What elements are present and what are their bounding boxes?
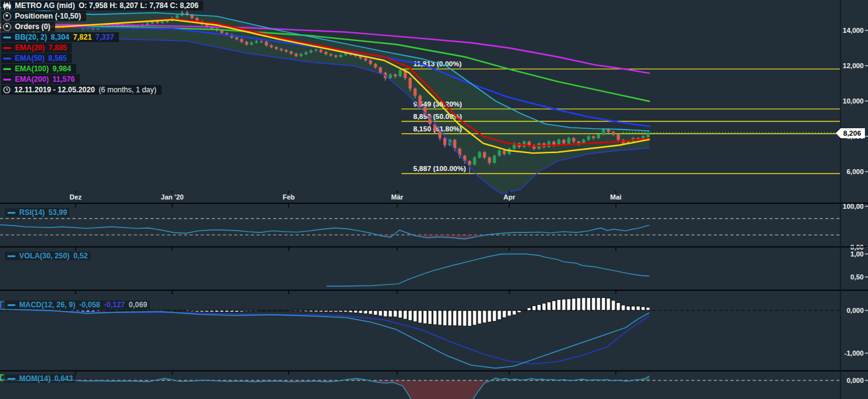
legend-indicator-4[interactable]: EMA(200)11,576	[1, 74, 80, 84]
month-label: Mai	[610, 193, 621, 201]
legend-indicator-1[interactable]: EMA(20)7,885	[1, 43, 72, 53]
candle-body	[409, 78, 412, 89]
macd-histogram-bar	[607, 298, 610, 310]
macd-histogram-bar	[626, 306, 630, 310]
macd-histogram-bar	[562, 299, 566, 310]
candle-body	[265, 42, 268, 46]
candle-body	[483, 152, 486, 158]
last-price-value: 8,206	[843, 129, 861, 137]
fib-level-label: 5,887 (100.00%)	[413, 165, 466, 172]
macd-histogram-bar	[577, 298, 581, 310]
candle-body	[369, 60, 372, 64]
price-axis-label: 10,000	[843, 97, 864, 105]
candle-body	[394, 74, 397, 76]
macd-histogram-bar	[408, 310, 412, 320]
legend-indicator-0[interactable]: BB(20, 2)8,3047,8217,337	[1, 32, 119, 42]
candle-body	[285, 50, 288, 51]
macd-histogram-bar	[369, 310, 372, 314]
candle-body	[602, 129, 605, 135]
positionen-toggle[interactable]: Positionen (-10,50)	[1, 11, 86, 21]
vola-legend[interactable]: VOLA(30, 250)0,52	[5, 252, 90, 260]
rsi-legend[interactable]: RSI(14)53,99	[5, 208, 69, 217]
indicator-name: MACD(12, 26, 9)	[19, 300, 76, 309]
macd-histogram-bar	[527, 308, 531, 310]
macd-histogram-bar	[384, 310, 387, 317]
indicator-value: 0,52	[73, 252, 87, 260]
candle-body	[493, 156, 496, 162]
macd-histogram-bar	[602, 297, 605, 310]
candle-body	[255, 42, 258, 43]
macd-histogram-bar	[641, 307, 645, 310]
candle-body	[607, 129, 610, 132]
candle-body	[305, 53, 308, 55]
vola-axis-label: 1,00	[851, 250, 864, 258]
indicator-color-dash-icon	[7, 304, 15, 306]
candle-body	[568, 138, 571, 144]
macd-histogram-bar	[502, 310, 506, 318]
macd-histogram-bar	[616, 303, 620, 310]
macd-histogram-bar	[438, 310, 442, 325]
macd-histogram-bar	[631, 306, 635, 310]
symbol-header: METRO AG (mid) O: 7,958 H: 8,207 L: 7,78…	[1, 1, 203, 11]
indicator-color-dash-icon	[7, 378, 15, 380]
candle-body	[374, 64, 377, 68]
legend-indicator-3[interactable]: EMA(100)9,984	[1, 64, 76, 74]
indicator-value: 9,984	[53, 64, 71, 73]
macd-histogram-bar	[478, 310, 481, 324]
macd-histogram-bar	[552, 300, 556, 310]
macd-histogram-bar	[448, 310, 452, 326]
macd-histogram-bar	[547, 302, 551, 310]
macd-histogram-bar	[359, 310, 362, 314]
indicator-name: EMA(20)	[15, 43, 45, 52]
symbol-title: METRO AG (mid)	[15, 1, 75, 10]
candle-body	[478, 152, 481, 158]
macd-histogram-bar	[557, 300, 561, 310]
macd-histogram-bar	[512, 310, 516, 315]
candle-body	[572, 138, 576, 142]
candle-body	[364, 58, 367, 60]
candle-body	[617, 134, 620, 140]
rsi-line	[0, 225, 649, 239]
legend-indicator-2[interactable]: EMA(50)8,565	[1, 53, 72, 63]
price-axis-label: 12,000	[843, 62, 864, 69]
indicator-legend-rows: BB(20, 2)8,3047,8217,337EMA(20)7,885EMA(…	[1, 32, 119, 84]
indicator-value: 8,304	[51, 33, 69, 42]
macd-histogram-bar	[458, 310, 462, 326]
candle-body	[563, 140, 566, 144]
candle-body	[612, 132, 615, 134]
clipped-indicator-icon	[0, 301, 4, 308]
macd-histogram-bar	[537, 305, 541, 310]
macd-histogram-bar	[483, 310, 486, 323]
indicator-name: EMA(100)	[15, 64, 49, 73]
macd-axis-label: 0,000	[846, 307, 864, 314]
macd-histogram-bar	[597, 297, 600, 310]
macd-histogram-bar	[398, 310, 402, 318]
candle-body	[270, 45, 273, 47]
candle-body	[240, 39, 243, 42]
month-label: Dez	[69, 193, 82, 201]
candle-body	[344, 53, 348, 55]
candle-body	[330, 54, 333, 55]
candle-body	[582, 140, 585, 144]
mom-legend[interactable]: MOM(14)0,643	[5, 374, 76, 383]
rsi-oversold-fill	[0, 225, 649, 239]
macd-histogram-bar	[646, 307, 650, 310]
macd-histogram-bar	[423, 310, 427, 323]
macd-histogram-bar	[463, 310, 467, 326]
candle-body	[503, 151, 506, 154]
ohlc-values: O: 7,958 H: 8,207 L: 7,784 C: 8,206	[79, 1, 198, 10]
vola-panel	[327, 254, 649, 286]
orders-toggle[interactable]: Orders (0)	[1, 22, 55, 32]
candle-body	[498, 151, 501, 156]
panel-separator	[0, 370, 868, 372]
macd-histogram-bar	[403, 310, 407, 319]
candle-body	[235, 37, 239, 39]
orders-label: Orders (0)	[15, 22, 50, 31]
macd-histogram-bar	[468, 310, 471, 326]
macd-histogram-bar	[453, 310, 457, 326]
macd-histogram-bar	[567, 299, 571, 310]
indicator-color-dash-icon	[7, 255, 15, 257]
panel-separator	[0, 247, 868, 248]
macd-histogram-bar	[428, 310, 432, 324]
macd-legend[interactable]: MACD(12, 26, 9)-0,058-0,1270,069	[5, 300, 150, 309]
